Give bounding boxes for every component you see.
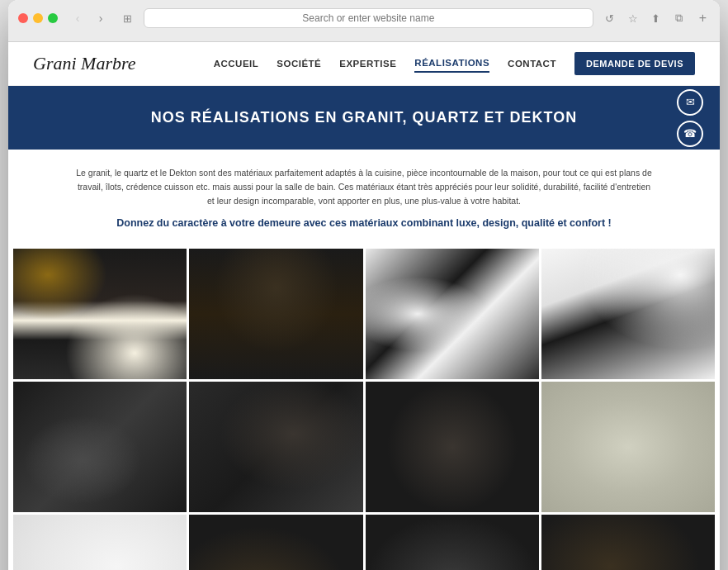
hero-banner: NOS RÉALISATIONS EN GRANIT, QUARTZ ET DE… xyxy=(8,86,720,150)
gallery-image xyxy=(541,249,715,379)
gallery-item[interactable] xyxy=(189,382,362,512)
gallery-image xyxy=(13,249,187,379)
devis-button[interactable]: DEMANDE DE DEVIS xyxy=(574,52,695,75)
nav-realisations[interactable]: RÉALISATIONS xyxy=(414,55,489,73)
website-content: Grani Marbre ACCUEIL SOCIÉTÉ EXPERTISE R… xyxy=(8,42,720,570)
phone-icon: ☎ xyxy=(683,127,697,140)
gallery-image xyxy=(13,515,187,570)
gallery-image xyxy=(366,515,539,570)
gallery-item[interactable] xyxy=(13,382,187,512)
tagline-text: Donnez du caractère à votre demeure avec… xyxy=(74,217,654,229)
gallery-image xyxy=(366,249,539,379)
gallery-item[interactable] xyxy=(541,382,715,512)
gallery-image xyxy=(13,382,187,512)
back-button[interactable]: ‹ xyxy=(68,8,87,28)
nav-expertise[interactable]: EXPERTISE xyxy=(339,55,396,72)
gallery-item[interactable] xyxy=(541,249,715,379)
email-icon: ✉ xyxy=(686,96,695,108)
nav-accueil[interactable]: ACCUEIL xyxy=(214,55,259,72)
gallery-item[interactable] xyxy=(366,249,539,379)
new-tab-button[interactable]: + xyxy=(696,11,710,26)
site-logo[interactable]: Grani Marbre xyxy=(33,55,135,73)
gallery-image xyxy=(189,515,362,570)
description-section: Le granit, le quartz et le Dekton sont d… xyxy=(8,150,720,244)
gallery-image xyxy=(189,249,362,379)
gallery-image xyxy=(189,382,362,512)
nav-societe[interactable]: SOCIÉTÉ xyxy=(277,55,321,72)
tab-overview-button[interactable]: ⊞ xyxy=(117,8,137,28)
phone-icon-button[interactable]: ☎ xyxy=(677,121,703,147)
browser-chrome: ‹ › ⊞ ↺ ☆ ⬆ ⧉ + xyxy=(8,0,720,42)
nav-contact[interactable]: CONTACT xyxy=(508,55,556,72)
maximize-button[interactable] xyxy=(48,13,58,23)
gallery-item[interactable] xyxy=(366,515,539,570)
main-navigation: ACCUEIL SOCIÉTÉ EXPERTISE RÉALISATIONS C… xyxy=(214,52,695,75)
gallery-item[interactable] xyxy=(13,515,187,570)
gallery-item[interactable] xyxy=(189,249,362,379)
gallery-image xyxy=(366,382,539,512)
tab-button[interactable]: ⧉ xyxy=(669,8,689,28)
minimize-button[interactable] xyxy=(33,13,43,23)
address-bar[interactable] xyxy=(144,8,593,28)
browser-window: ‹ › ⊞ ↺ ☆ ⬆ ⧉ + Grani Marbre ACCUEIL SOC… xyxy=(8,0,720,570)
bookmark-button[interactable]: ☆ xyxy=(623,8,643,28)
refresh-button[interactable]: ↺ xyxy=(600,8,620,28)
browser-nav-arrows: ‹ › xyxy=(68,8,111,28)
email-icon-button[interactable]: ✉ xyxy=(677,89,703,116)
gallery-item[interactable] xyxy=(13,249,187,379)
gallery-image xyxy=(541,382,715,512)
gallery-item[interactable] xyxy=(366,382,539,512)
gallery-image xyxy=(541,515,715,570)
browser-actions: ↺ ☆ ⬆ ⧉ xyxy=(600,8,689,28)
gallery-item[interactable] xyxy=(541,515,715,570)
close-button[interactable] xyxy=(18,13,28,23)
forward-button[interactable]: › xyxy=(91,8,111,28)
hero-contact-icons: ✉ ☎ xyxy=(677,89,703,147)
gallery-grid xyxy=(8,244,720,570)
description-paragraph: Le granit, le quartz et le Dekton sont d… xyxy=(74,166,654,207)
traffic-lights xyxy=(18,13,58,23)
gallery-item[interactable] xyxy=(189,515,362,570)
hero-title: NOS RÉALISATIONS EN GRANIT, QUARTZ ET DE… xyxy=(151,109,577,126)
share-button[interactable]: ⬆ xyxy=(646,8,666,28)
site-header: Grani Marbre ACCUEIL SOCIÉTÉ EXPERTISE R… xyxy=(8,42,720,86)
